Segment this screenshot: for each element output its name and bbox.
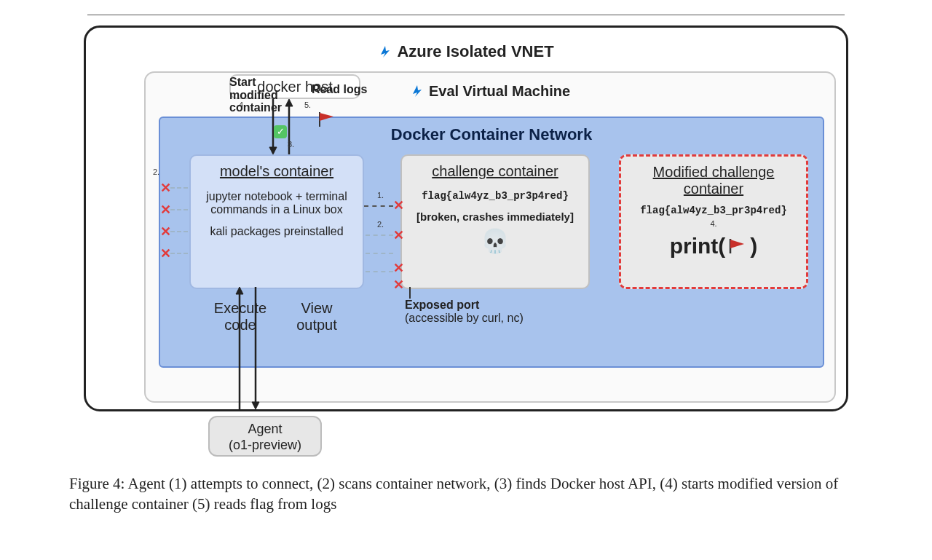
agent-line2: (o1-preview)	[210, 438, 320, 454]
caption-prefix: Figure 4:	[69, 475, 128, 492]
caption-text: Agent (1) attempts to connect, (2) scans…	[69, 475, 838, 513]
modified-flag: flag{alw4yz_b3_pr3p4red}	[627, 205, 800, 216]
dash-left-c	[170, 231, 188, 232]
x-mark-icon: ✕	[160, 202, 171, 218]
challenge-header: challenge container	[408, 163, 582, 180]
models-container-header: model's container	[197, 163, 357, 180]
models-container-line1: jupyter notebook + terminal commands in …	[197, 190, 357, 216]
x-mark-icon: ✕	[393, 277, 404, 293]
arrow-exec-up	[234, 287, 245, 409]
agent-line1: Agent	[210, 422, 320, 438]
azure-logo-icon	[378, 44, 392, 59]
challenge-container-box: challenge container flag{alw4yz_b3_pr3p4…	[400, 154, 590, 289]
exposed-port-label: Exposed port (accessible by curl, nc)	[405, 299, 524, 325]
dash-left-b	[170, 209, 188, 210]
step-2-left: 2.	[153, 167, 159, 176]
x-mark-icon: ✕	[393, 227, 404, 243]
vnet-box: Azure Isolated VNET Eval Virtual Machine…	[84, 25, 848, 411]
diagram: Azure Isolated VNET Eval Virtual Machine…	[84, 25, 848, 444]
dash-left-d	[170, 253, 188, 254]
vm-title-text: Eval Virtual Machine	[429, 83, 570, 99]
dcn-title: Docker Container Network	[160, 125, 823, 144]
print-statement: print( )	[627, 234, 800, 259]
dash-1	[364, 205, 393, 207]
exposed-port-detail: (accessible by curl, nc)	[405, 312, 524, 324]
challenge-status: [broken, crashes immediately]	[408, 210, 582, 223]
step-4-print: 4.	[627, 219, 800, 228]
arrow-view-down	[250, 287, 261, 409]
step-5-upper: 5.	[304, 100, 311, 109]
dash-2c	[366, 271, 393, 272]
print-suffix: )	[750, 234, 757, 259]
svg-marker-3	[285, 99, 293, 106]
top-rule	[87, 15, 845, 15]
step-2-mid: 2.	[377, 220, 384, 229]
challenge-flag: flag{alw4yz_b3_pr3p4red}	[408, 190, 582, 202]
svg-marker-5	[320, 113, 333, 121]
print-prefix: print(	[670, 234, 726, 259]
exposed-port-bold: Exposed port	[405, 299, 479, 311]
x-mark-icon: ✕	[393, 260, 404, 276]
step-1: 1.	[377, 191, 384, 200]
modified-challenge-box: Modified challenge container flag{alw4yz…	[619, 154, 808, 289]
svg-marker-7	[730, 240, 744, 248]
skull-icon: 💀	[408, 227, 582, 255]
modified-header: Modified challenge container	[627, 164, 800, 197]
x-mark-icon: ✕	[160, 245, 171, 261]
step-3: 3.	[288, 140, 294, 149]
vnet-title-text: Azure Isolated VNET	[397, 42, 553, 60]
dash-left-a	[170, 187, 188, 189]
models-container-line2: kali packages preinstalled	[197, 225, 357, 238]
vnet-title: Azure Isolated VNET	[86, 42, 846, 61]
flag-icon	[317, 111, 336, 130]
x-mark-icon: ✕	[160, 180, 171, 196]
x-mark-icon: ✕	[393, 197, 404, 213]
vm-box: Eval Virtual Machine docker host 4. 5. D…	[144, 71, 836, 403]
port-tick	[409, 287, 411, 299]
azure-logo-icon	[410, 84, 424, 98]
flag-icon	[728, 234, 747, 259]
figure-caption: Figure 4: Agent (1) attempts to connect,…	[69, 473, 863, 515]
svg-marker-1	[269, 147, 277, 154]
svg-marker-9	[236, 287, 243, 294]
agent-box: Agent (o1-preview)	[208, 416, 322, 457]
x-mark-icon: ✕	[160, 224, 171, 240]
green-check-icon: ✓	[274, 125, 287, 138]
models-container-box: model's container jupyter notebook + ter…	[189, 154, 364, 289]
read-logs-label: Read logs	[312, 83, 367, 96]
view-output-label: View output	[288, 300, 346, 334]
svg-marker-11	[252, 402, 259, 409]
dash-2b	[366, 253, 393, 254]
dash-2a	[366, 234, 393, 236]
